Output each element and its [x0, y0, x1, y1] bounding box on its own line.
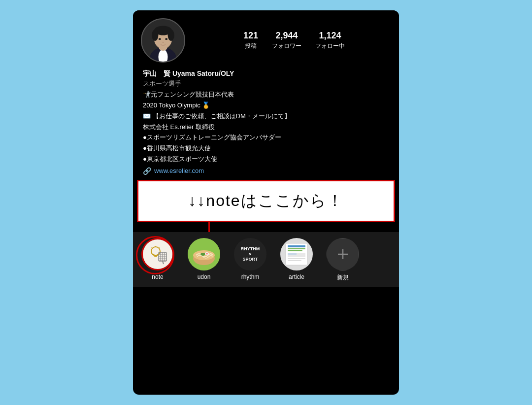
highlight-label-udon: udon — [198, 273, 211, 280]
link-icon: 🔗 — [143, 167, 151, 175]
highlights-section: note — [133, 232, 399, 287]
svg-rect-35 — [288, 253, 297, 255]
highlight-label-new: 新規 — [337, 273, 349, 282]
svg-rect-33 — [288, 250, 302, 251]
svg-point-8 — [159, 38, 161, 40]
phone-frame: 121 投稿 2,944 フォロワー 1,124 フォロー中 宇山 賢 Uyam… — [133, 10, 399, 395]
username: 宇山 賢 Uyama Satoru/OLY — [143, 69, 389, 78]
svg-rect-36 — [288, 258, 305, 259]
svg-line-15 — [159, 247, 160, 248]
bio-line-1: 2020 Tokyo Olympic 🥇 — [143, 101, 389, 110]
highlight-circle-note — [141, 238, 174, 270]
svg-point-7 — [168, 30, 174, 41]
bio-line-5: ●香川県高松市観光大使 — [143, 144, 389, 153]
stat-following: 1,124 フォロー中 — [315, 31, 345, 50]
highlight-new[interactable]: 新規 — [323, 238, 363, 282]
svg-point-9 — [165, 38, 167, 40]
bio-line-2: ✉️ 【お仕事のご依頼、ご相談はDM・メールにて】 — [143, 112, 389, 121]
highlight-rhythm[interactable]: RHYTHM × SPORT rhythm — [231, 238, 270, 280]
svg-rect-31 — [288, 245, 305, 247]
note-callout: ↓↓noteはここから！ — [137, 180, 395, 222]
callout-text: ↓↓noteはここから！ — [188, 190, 343, 212]
highlight-circle-article — [280, 238, 313, 270]
svg-rect-37 — [288, 260, 301, 261]
bio-line-4: ●スポーツリズムトレーニング協会アンバサダー — [143, 133, 389, 142]
svg-point-29 — [206, 253, 208, 254]
highlight-label-note: note — [152, 273, 163, 280]
bio-line-6: ●東京都北区スポーツ大使 — [143, 155, 389, 164]
bio-line-0: 🤺元フェンシング競技日本代表 — [143, 90, 389, 100]
highlight-circle-new — [327, 238, 359, 270]
stats-row: 121 投稿 2,944 フォロワー 1,124 フォロー中 — [197, 31, 391, 50]
article-icon-bg — [280, 238, 313, 270]
svg-point-27 — [200, 253, 205, 256]
avatar — [141, 18, 185, 63]
highlight-label-article: article — [289, 273, 304, 280]
profile-section: 121 投稿 2,944 フォロワー 1,124 フォロー中 宇山 賢 Uyam… — [133, 10, 399, 180]
stat-posts: 121 投稿 — [243, 31, 258, 50]
svg-rect-32 — [288, 248, 305, 249]
highlight-note[interactable]: note — [138, 238, 177, 280]
profile-top-row: 121 投稿 2,944 フォロワー 1,124 フォロー中 — [141, 18, 391, 63]
bio-line-3: 株式会社 Es.relier 取締役 — [143, 123, 389, 132]
callout-wrapper: ↓↓noteはここから！ — [133, 180, 399, 232]
svg-line-14 — [152, 247, 153, 248]
bio-section: 宇山 賢 Uyama Satoru/OLY スポーツ選手 🤺元フェンシング競技日… — [141, 69, 391, 175]
highlight-article[interactable]: article — [277, 238, 316, 280]
svg-line-24 — [163, 261, 164, 264]
stat-followers: 2,944 フォロワー — [272, 31, 301, 50]
udon-icon-bg — [188, 238, 220, 270]
highlight-circle-udon — [188, 238, 220, 270]
website-link[interactable]: 🔗 www.esrelier.com — [143, 167, 389, 175]
red-connector-line — [208, 222, 210, 232]
highlight-circle-rhythm: RHYTHM × SPORT — [234, 238, 266, 270]
svg-point-10 — [163, 42, 164, 43]
website-url: www.esrelier.com — [154, 167, 204, 174]
rhythm-icon-bg: RHYTHM × SPORT — [234, 238, 266, 270]
svg-rect-12 — [154, 256, 157, 257]
bio-subtitle: スポーツ選手 — [143, 79, 389, 88]
highlight-label-rhythm: rhythm — [241, 273, 260, 280]
highlight-udon[interactable]: udon — [184, 238, 224, 280]
svg-point-6 — [152, 30, 158, 41]
new-icon-bg — [327, 238, 359, 270]
note-icon-bg — [143, 239, 172, 269]
